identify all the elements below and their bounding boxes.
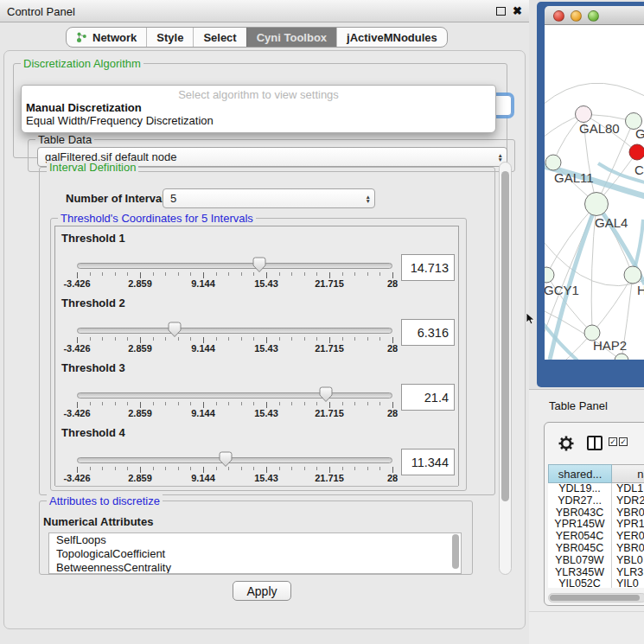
threshold-slider-track[interactable] <box>77 263 392 269</box>
close-traffic-light-icon[interactable] <box>553 10 564 22</box>
settings-scrollbar[interactable] <box>499 162 512 575</box>
network-graph[interactable]: GAL80GACGAL11GAL4GCY1HHAP2 <box>545 25 644 360</box>
table-row[interactable]: YPR145WYPR1 <box>548 519 644 531</box>
dropdown-item-equal-width-frequency-discretization[interactable]: Equal Width/Frequency Discretization <box>22 114 495 127</box>
threshold-value-field[interactable]: 21.4 <box>401 384 455 411</box>
dropdown-items: Manual DiscretizationEqual Width/Frequen… <box>22 101 495 127</box>
tick-label: 15.43 <box>254 343 278 354</box>
cell-shared-name: YDL19... <box>548 483 612 495</box>
network-node-c[interactable] <box>629 144 644 160</box>
num-intervals-value: 5 <box>170 192 176 205</box>
node-table: shared...na YDL19...YDL1YDR27...YDR2YBR0… <box>548 464 644 588</box>
divider <box>529 611 644 612</box>
threshold-slider-track[interactable] <box>77 457 392 463</box>
cell-name: YIL0 <box>612 578 644 588</box>
attribute-item-topologicalcoefficient[interactable]: TopologicalCoefficient <box>49 547 461 561</box>
table-header-row: shared...na <box>548 464 644 483</box>
cell-name: YER0 <box>612 531 644 543</box>
checkboxes-icon[interactable]: ✓✓ <box>609 437 628 446</box>
tick-label: 28 <box>387 473 398 483</box>
table-row[interactable]: YER054CYER0 <box>548 531 644 543</box>
node-label: C <box>634 163 644 177</box>
tick-label: 9.144 <box>191 343 215 354</box>
table-hscrollbar[interactable] <box>548 593 644 603</box>
slider-major-ticks <box>77 402 393 408</box>
tick-label: 2.859 <box>128 408 152 418</box>
apply-button[interactable]: Apply <box>233 581 291 601</box>
attributes-group: Attributes to discretize Numerical Attri… <box>39 501 473 575</box>
threshold-panel-3: Threshold 3-3.4262.8599.14415.4321.71528… <box>55 356 458 422</box>
tick-label: 9.144 <box>191 408 215 418</box>
table-row[interactable]: YLR345WYLR3 <box>548 567 644 579</box>
tick-label: -3.426 <box>63 473 90 483</box>
network-canvas[interactable]: GAL80GACGAL11GAL4GCY1HHAP2 <box>545 25 644 360</box>
algorithm-dropdown-popup: Select algorithm to view settings Manual… <box>21 85 496 133</box>
close-icon[interactable]: ✖ <box>513 4 522 17</box>
cell-name: YBR0 <box>612 507 644 520</box>
dropdown-header: Select algorithm to view settings <box>22 86 495 101</box>
table-row[interactable]: YBR043CYBR0 <box>548 507 644 520</box>
cell-name: YDL1 <box>612 483 644 495</box>
threshold-label: Threshold 1 <box>61 232 125 245</box>
threshold-label: Threshold 4 <box>61 426 125 439</box>
cell-shared-name: YLR345W <box>548 567 612 579</box>
network-node[interactable] <box>615 354 628 360</box>
tab-cyni-toolbox[interactable]: Cyni Toolbox <box>246 28 336 47</box>
gear-icon[interactable] <box>557 434 576 453</box>
table-row[interactable]: YDR27...YDR2 <box>548 495 644 507</box>
threshold-label: Threshold 2 <box>61 296 125 309</box>
minimize-traffic-light-icon[interactable] <box>571 10 582 22</box>
table-row[interactable]: YIL052CYIL0 <box>548 578 644 588</box>
table-row[interactable]: YBR045CYBR0 <box>548 543 644 555</box>
checkbox-glyph: ✓ <box>609 437 617 446</box>
threshold-value-field[interactable]: 14.713 <box>401 254 455 281</box>
network-node-gcy1[interactable] <box>545 267 554 283</box>
tab-network[interactable]: Network <box>67 28 146 47</box>
threshold-value-field[interactable]: 11.344 <box>401 449 455 475</box>
tab-style[interactable]: Style <box>146 28 193 47</box>
threshold-slider-track[interactable] <box>77 392 392 399</box>
network-window-titlebar[interactable] <box>545 6 644 25</box>
thresholds-group: Threshold's Coordinates for 5 Intervals … <box>50 218 467 491</box>
table-panel-title: Table Panel <box>549 399 608 412</box>
network-window-frame[interactable]: GAL80GACGAL11GAL4GCY1HHAP2 <box>537 2 644 387</box>
attribute-item-selfloops[interactable]: SelfLoops <box>49 533 461 547</box>
tick-label: 28 <box>387 408 398 418</box>
num-intervals-combo[interactable]: 5 ▲▼ <box>163 188 375 208</box>
group-title-algorithm: Discretization Algorithm <box>21 57 143 70</box>
spinner-arrows-icon: ▲▼ <box>498 153 503 162</box>
cell-name: YBL0 <box>612 555 644 567</box>
threshold-panel-4: Threshold 4-3.4262.8599.14415.4321.71528… <box>55 421 458 487</box>
network-node-h[interactable] <box>624 266 641 284</box>
list-scrollbar[interactable] <box>451 534 460 574</box>
threshold-value-field[interactable]: 6.316 <box>401 319 455 346</box>
table-panel: Table Panel ✓✓ shared...na YDL19...YDL1Y… <box>529 389 644 644</box>
dropdown-item-manual-discretization[interactable]: Manual Discretization <box>22 101 495 114</box>
float-window-icon[interactable] <box>496 7 506 16</box>
threshold-slider-track[interactable] <box>77 328 392 334</box>
hscrollbar-thumb[interactable] <box>550 595 640 601</box>
group-title-attributes: Attributes to discretize <box>47 494 163 507</box>
table-row[interactable]: YBL079WYBL0 <box>548 555 644 567</box>
threshold-stack: Threshold 1-3.4262.8599.14415.4321.71528… <box>54 226 459 486</box>
node-label: GA <box>635 126 644 141</box>
numerical-attributes-heading: Numerical Attributes <box>43 515 153 528</box>
network-node-gal80[interactable] <box>576 106 592 123</box>
tick-label: -3.426 <box>63 278 90 289</box>
zoom-traffic-light-icon[interactable] <box>588 10 599 22</box>
threshold-label: Threshold 3 <box>61 361 125 374</box>
tick-label: 9.144 <box>191 278 215 289</box>
tab-select[interactable]: Select <box>193 28 245 47</box>
attribute-item-betweennesscentrality[interactable]: BetweennessCentrality <box>49 561 461 574</box>
column-header-na[interactable]: na <box>612 464 644 483</box>
table-row[interactable]: YDL19...YDL1 <box>548 483 644 495</box>
node-label: H <box>637 283 644 297</box>
columns-icon[interactable] <box>587 436 603 450</box>
numerical-attributes-list[interactable]: SelfLoopsTopologicalCoefficientBetweenne… <box>48 532 462 574</box>
column-header-shared[interactable]: shared... <box>548 464 612 483</box>
tab-jactivemnodules[interactable]: jActiveMNodules <box>336 28 447 47</box>
network-node-gal4[interactable] <box>585 193 609 216</box>
network-node-gal11[interactable] <box>545 155 561 170</box>
network-edge <box>545 83 644 105</box>
scrollbar-thumb[interactable] <box>501 171 509 501</box>
